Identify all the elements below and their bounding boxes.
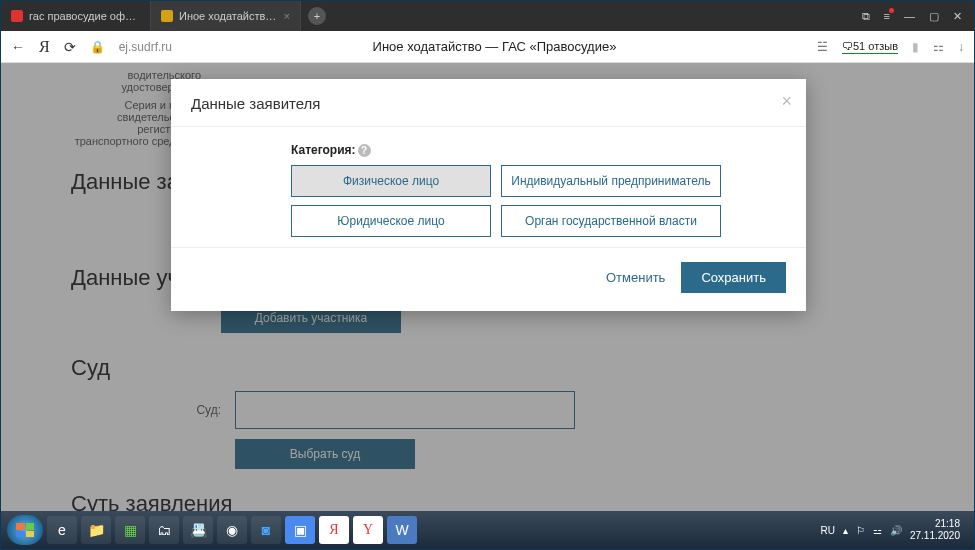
lock-icon: 🔒 [90,40,105,54]
category-option-individual[interactable]: Физическое лицо [291,165,491,197]
page-title: Иное ходатайство — ГАС «Правосудие» [186,39,803,54]
tray-up-icon[interactable]: ▴ [843,525,848,536]
taskbar-zoom-icon[interactable]: ▣ [285,516,315,544]
browser-titlebar: гас правосудие официаль Иное ходатайство… [1,1,974,31]
menu-icon[interactable]: ≡ [884,10,890,22]
tab-title: гас правосудие официаль [29,10,140,22]
url-text[interactable]: ej.sudrf.ru [119,40,172,54]
taskbar-ie-icon[interactable]: e [47,516,77,544]
tab-favicon [11,10,23,22]
modal-cancel-button[interactable]: Отменить [606,270,665,285]
help-icon[interactable]: ? [358,144,371,157]
taskbar-chrome-icon[interactable]: ◉ [217,516,247,544]
window-minimize-icon[interactable]: — [904,10,915,22]
taskbar-explorer-icon[interactable]: 📁 [81,516,111,544]
lang-indicator[interactable]: RU [820,525,834,536]
modal-close-icon[interactable]: × [781,91,792,112]
address-bar: ← Я ⟳ 🔒 ej.sudrf.ru Иное ходатайство — Г… [1,31,974,63]
page-content: водительского удостоверения: Серия и ном… [1,63,974,511]
applicant-modal: Данные заявителя × Категория:? Физическо… [171,79,806,311]
taskbar-yandex2-icon[interactable]: Y [353,516,383,544]
tab-close-icon[interactable]: × [284,10,290,22]
category-option-legal-entity[interactable]: Юридическое лицо [291,205,491,237]
category-option-government[interactable]: Орган государственной власти [501,205,721,237]
taskbar-excel-icon[interactable]: ▦ [115,516,145,544]
new-tab-button[interactable]: + [305,1,329,31]
tray-flag-icon[interactable]: ⚐ [856,525,865,536]
window-controls: ⧉ ≡ — ▢ ✕ [850,1,974,31]
window-close-icon[interactable]: ✕ [953,10,962,23]
browser-tab-0[interactable]: гас правосудие официаль [1,1,151,31]
tab-favicon [161,10,173,22]
bookmark-icon[interactable]: ▮ [912,40,919,54]
category-label: Категория:? [291,143,786,157]
tray-volume-icon[interactable]: 🔊 [890,525,902,536]
taskbar-word-icon[interactable]: W [387,516,417,544]
extensions-icon[interactable]: ⚏ [933,40,944,54]
browser-tab-1[interactable]: Иное ходатайство — ГА × [151,1,301,31]
window-maximize-icon[interactable]: ▢ [929,10,939,23]
tray-network-icon[interactable]: ⚍ [873,525,882,536]
category-option-entrepreneur[interactable]: Индивидуальный предприниматель [501,165,721,197]
copy-icon[interactable]: ⧉ [862,10,870,23]
modal-save-button[interactable]: Сохранить [681,262,786,293]
start-button[interactable] [7,515,43,545]
system-tray: RU ▴ ⚐ ⚍ 🔊 21:18 27.11.2020 [820,518,968,542]
yandex-logo[interactable]: Я [39,38,50,56]
tab-title: Иное ходатайство — ГА [179,10,278,22]
taskbar-yandex-icon[interactable]: Я [319,516,349,544]
taskbar-app-icon-2[interactable]: ◙ [251,516,281,544]
back-button[interactable]: ← [11,39,25,55]
taskbar-clock[interactable]: 21:18 27.11.2020 [910,518,960,542]
taskbar-app-icon-1[interactable]: 📇 [183,516,213,544]
reload-button[interactable]: ⟳ [64,39,76,55]
translate-icon[interactable]: ☱ [817,40,828,54]
downloads-icon[interactable]: ↓ [958,40,964,54]
reviews-link[interactable]: 🗨51 отзыв [842,40,898,54]
taskbar-folder-icon[interactable]: 🗂 [149,516,179,544]
modal-title: Данные заявителя [191,95,320,112]
windows-taskbar: e 📁 ▦ 🗂 📇 ◉ ◙ ▣ Я Y W RU ▴ ⚐ ⚍ 🔊 21:18 2… [1,511,974,549]
